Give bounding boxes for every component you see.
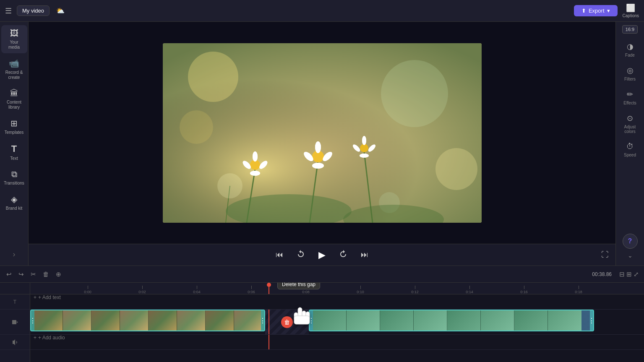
aspect-ratio-button[interactable]: 16:9	[622, 25, 638, 34]
play-button[interactable]: ▶	[317, 248, 327, 262]
skip-to-start-button[interactable]: ⏮	[274, 249, 285, 261]
fullscreen-button[interactable]: ⛶	[601, 250, 609, 259]
clip-2-thumb-2	[347, 310, 380, 331]
clip-2-left-handle[interactable]: ⋮	[310, 310, 313, 331]
video-frame	[163, 43, 482, 223]
clip-1-thumb-8	[234, 310, 261, 331]
speed-label: Speed	[624, 153, 636, 157]
content-library-icon: 🏛	[10, 89, 18, 98]
sidebar-item-text[interactable]: T Text	[1, 140, 27, 164]
clip-1-right-handle[interactable]: ⋮	[261, 310, 264, 331]
svg-point-38	[180, 110, 213, 144]
right-panel-fade[interactable]: ◑ Fade	[617, 39, 643, 61]
delete-button[interactable]: 🗑	[42, 269, 50, 279]
content-library-label: Contentlibrary	[7, 100, 21, 110]
export-button[interactable]: ⬆ Export ▾	[574, 5, 618, 16]
video-clip-2[interactable]: ⋮ ⋮	[309, 310, 594, 331]
text-track-label: T	[0, 294, 30, 310]
templates-label: Templates	[5, 130, 24, 135]
center-area: ⏮ ▶ ⏭ ⛶	[29, 22, 615, 266]
right-sidebar: 16:9 ◑ Fade ◎ Filters ✏ Effects ⊙ Adjust…	[615, 22, 644, 266]
text-track-row: + + Add text	[30, 294, 644, 310]
sidebar-item-transitions[interactable]: ⧉ Transitions	[1, 166, 27, 189]
clip-1-thumb-7	[206, 310, 234, 331]
filters-label: Filters	[624, 77, 636, 81]
clip-2-content	[313, 310, 590, 331]
captions-button[interactable]: ⬜ Captions	[623, 3, 639, 18]
video-clip-1[interactable]: ⋮ ⋮	[30, 310, 265, 331]
help-button[interactable]: ?	[623, 234, 638, 249]
svg-point-14	[253, 151, 258, 161]
right-panel-speed[interactable]: ⏱ Speed	[617, 139, 643, 161]
clip-1-waveform	[34, 310, 261, 331]
replay-5s-button[interactable]	[295, 248, 307, 262]
add-audio-plus-icon: +	[34, 335, 37, 341]
clip-2-thumb-4	[414, 310, 447, 331]
brand-kit-icon: ◈	[11, 194, 17, 204]
main-layout: 🖼 Your media 📹 Record &create 🏛 Contentl…	[0, 22, 644, 266]
speed-icon: ⏱	[626, 142, 634, 151]
cut-button[interactable]: ✂	[29, 269, 37, 279]
project-title[interactable]: My video	[17, 5, 50, 16]
clip-2-thumb-1	[313, 310, 347, 331]
clip-2-thumb-5	[447, 310, 481, 331]
add-to-timeline-button[interactable]: ⊕	[55, 269, 63, 279]
zoom-in-button[interactable]: ⊞	[626, 271, 632, 278]
clip-1-thumb-4	[120, 310, 149, 331]
export-label: Export	[589, 8, 605, 14]
video-track-row: ⋮ ⋮	[30, 310, 644, 335]
clip-1-thumb-2	[63, 310, 91, 331]
sidebar-item-brand-kit[interactable]: ◈ Brand kit	[1, 191, 27, 214]
add-audio-button[interactable]: + + Add audio	[30, 335, 644, 341]
clip-2-thumb-6	[481, 310, 514, 331]
svg-rect-41	[12, 320, 16, 324]
video-image	[163, 43, 482, 223]
skip-to-end-button[interactable]: ⏭	[359, 249, 370, 261]
svg-point-32	[362, 136, 366, 145]
clip-2-right-handle[interactable]: ⋮	[590, 310, 593, 331]
zoom-out-button[interactable]: ⊟	[619, 271, 625, 278]
ruler-mark-2: 0:04	[169, 286, 224, 294]
clip-1-left-handle[interactable]: ⋮	[31, 310, 34, 331]
top-bar: ☰ My video ⛅ ⬆ Export ▾ ⬜ Captions	[0, 0, 644, 22]
video-track-label	[0, 310, 30, 335]
svg-point-16	[250, 171, 260, 176]
expand-right-icon[interactable]: ⌄	[628, 252, 633, 259]
track-labels-column: T	[0, 283, 30, 362]
svg-point-23	[315, 141, 321, 153]
delete-gap-button[interactable]: 🗑	[281, 316, 293, 328]
sidebar-item-record-create[interactable]: 📹 Record &create	[1, 55, 27, 83]
forward-5s-button[interactable]	[337, 248, 349, 262]
top-right-controls: ⬆ Export ▾ ⬜ Captions	[574, 3, 639, 18]
adjust-colors-label: Adjustcolors	[624, 125, 636, 134]
cloud-save-icon: ⛅	[56, 7, 65, 15]
right-panel-filters[interactable]: ◎ Filters	[617, 63, 643, 85]
right-panel-adjust-colors[interactable]: ⊙ Adjustcolors	[617, 110, 643, 137]
gap-area[interactable]: 🗑	[265, 310, 309, 334]
your-media-label: Your media	[4, 40, 25, 50]
sidebar-item-content-library[interactable]: 🏛 Contentlibrary	[1, 85, 27, 113]
transitions-label: Transitions	[4, 181, 24, 186]
sidebar-item-your-media[interactable]: 🖼 Your media	[1, 25, 27, 53]
audio-track-row: + + Add audio	[30, 335, 644, 350]
ruler-mark-1: 0:02	[115, 286, 169, 294]
video-preview-area	[29, 22, 615, 244]
right-panel-effects[interactable]: ✏ Effects	[617, 86, 643, 109]
audio-track-content: + + Add audio	[30, 335, 644, 349]
templates-icon: ⊞	[10, 118, 18, 128]
undo-button[interactable]: ↩	[5, 269, 13, 279]
ruler-mark-7: 0:14	[442, 286, 497, 294]
timeline-toolbar: ↩ ↪ ✂ 🗑 ⊕ 00:38.86 ⊟ ⊞ ⤢	[0, 266, 644, 283]
audio-track-label	[0, 335, 30, 350]
sidebar-item-templates[interactable]: ⊞ Templates	[1, 115, 27, 138]
fade-label: Fade	[625, 53, 635, 57]
ruler-mark-8: 0:16	[497, 286, 551, 294]
playhead-audio-track	[269, 335, 269, 349]
ruler-mark-5: 0:10	[333, 286, 388, 294]
fit-timeline-button[interactable]: ⤢	[634, 271, 639, 278]
redo-button[interactable]: ↪	[17, 269, 25, 279]
expand-sidebar-icon[interactable]: ›	[13, 250, 16, 258]
export-chevron-icon: ▾	[607, 8, 610, 14]
add-text-button[interactable]: + + Add text	[30, 294, 644, 300]
menu-icon[interactable]: ☰	[5, 6, 12, 16]
